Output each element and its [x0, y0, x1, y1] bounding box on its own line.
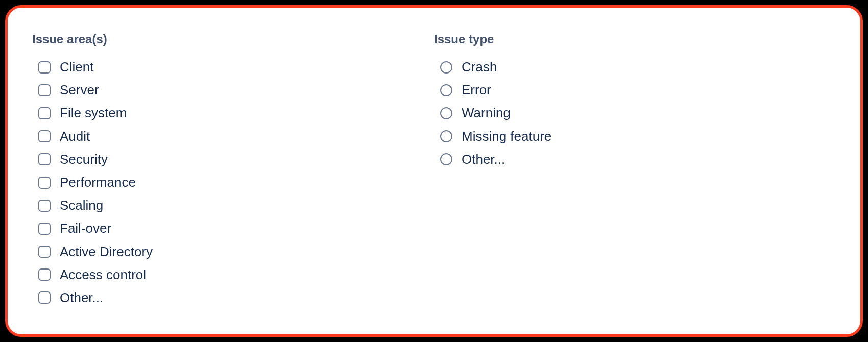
radio-icon: [440, 107, 452, 119]
option-label: Other...: [60, 290, 103, 306]
option-label: Performance: [60, 175, 136, 190]
option-label: Access control: [60, 267, 146, 283]
checkbox-icon: [38, 177, 51, 189]
issue-area-label: Issue area(s): [32, 32, 434, 46]
checkbox-option-scaling[interactable]: Scaling: [32, 194, 434, 217]
option-label: Client: [60, 59, 93, 75]
option-label: Scaling: [60, 198, 103, 213]
option-label: Audit: [60, 129, 90, 144]
option-label: Active Directory: [60, 244, 153, 260]
radio-option-warning[interactable]: Warning: [434, 102, 836, 125]
checkbox-icon: [38, 130, 51, 142]
issue-type-group: Issue type Crash Error Warning Missing f…: [434, 32, 836, 318]
radio-option-crash[interactable]: Crash: [434, 56, 836, 79]
radio-icon: [440, 84, 452, 96]
option-label: Fail-over: [60, 221, 111, 236]
option-label: Warning: [462, 105, 511, 121]
checkbox-icon: [38, 268, 51, 281]
checkbox-option-server[interactable]: Server: [32, 79, 434, 102]
checkbox-option-other[interactable]: Other...: [32, 286, 434, 309]
checkbox-icon: [38, 107, 51, 119]
checkbox-icon: [38, 84, 51, 96]
option-label: Other...: [462, 152, 505, 167]
checkbox-option-access-control[interactable]: Access control: [32, 263, 434, 286]
checkbox-option-performance[interactable]: Performance: [32, 171, 434, 194]
radio-icon: [440, 153, 452, 165]
checkbox-icon: [38, 246, 51, 258]
option-label: Error: [462, 82, 491, 98]
checkbox-icon: [38, 61, 51, 74]
radio-option-error[interactable]: Error: [434, 79, 836, 102]
checkbox-option-fail-over[interactable]: Fail-over: [32, 217, 434, 240]
checkbox-option-active-directory[interactable]: Active Directory: [32, 240, 434, 263]
checkbox-option-audit[interactable]: Audit: [32, 125, 434, 148]
issue-type-label: Issue type: [434, 32, 836, 46]
radio-icon: [440, 61, 452, 74]
option-label: Crash: [462, 59, 497, 75]
checkbox-icon: [38, 223, 51, 235]
checkbox-option-client[interactable]: Client: [32, 56, 434, 79]
checkbox-icon: [38, 291, 51, 304]
checkbox-option-file-system[interactable]: File system: [32, 102, 434, 125]
option-label: Missing feature: [462, 129, 551, 144]
option-label: Server: [60, 82, 99, 98]
radio-option-missing-feature[interactable]: Missing feature: [434, 125, 836, 148]
issue-area-group: Issue area(s) Client Server File system …: [32, 32, 434, 318]
radio-icon: [440, 130, 452, 142]
radio-option-other[interactable]: Other...: [434, 148, 836, 171]
checkbox-icon: [38, 200, 51, 212]
checkbox-option-security[interactable]: Security: [32, 148, 434, 171]
checkbox-icon: [38, 153, 51, 165]
option-label: File system: [60, 105, 127, 121]
form-panel: Issue area(s) Client Server File system …: [5, 5, 863, 337]
option-label: Security: [60, 152, 108, 167]
